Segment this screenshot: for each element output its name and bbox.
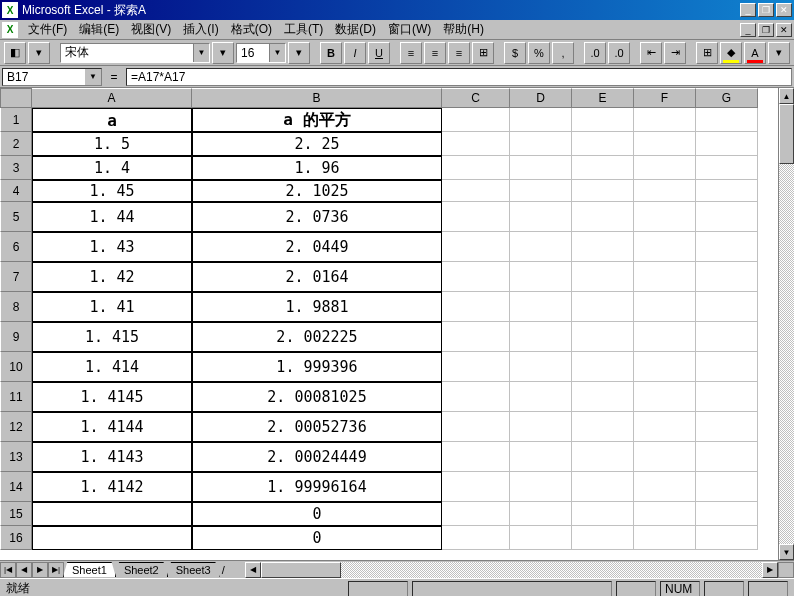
cell[interactable]: [32, 502, 192, 526]
row-header[interactable]: 11: [0, 382, 32, 412]
minimize-button[interactable]: _: [740, 3, 756, 17]
cell[interactable]: [634, 352, 696, 382]
scroll-left-button[interactable]: ◀: [245, 562, 261, 578]
cell[interactable]: [510, 156, 572, 180]
scroll-thumb[interactable]: [261, 562, 341, 578]
cell[interactable]: [572, 472, 634, 502]
cell[interactable]: 1. 415: [32, 322, 192, 352]
cell[interactable]: [510, 502, 572, 526]
cell[interactable]: 1. 999396: [192, 352, 442, 382]
cell[interactable]: [696, 352, 758, 382]
cell[interactable]: [634, 526, 696, 550]
cell[interactable]: [572, 156, 634, 180]
cell[interactable]: [696, 262, 758, 292]
cell[interactable]: [442, 322, 510, 352]
cell[interactable]: [442, 442, 510, 472]
cell[interactable]: [510, 472, 572, 502]
column-header[interactable]: A: [32, 88, 192, 108]
row-header[interactable]: 5: [0, 202, 32, 232]
cell[interactable]: [442, 156, 510, 180]
cell[interactable]: [634, 292, 696, 322]
cell[interactable]: [696, 180, 758, 202]
doc-close-button[interactable]: ✕: [776, 23, 792, 37]
cell[interactable]: [510, 526, 572, 550]
tab-first-button[interactable]: |◀: [0, 562, 16, 578]
percent-button[interactable]: %: [528, 42, 550, 64]
row-header[interactable]: 7: [0, 262, 32, 292]
cell[interactable]: [572, 108, 634, 132]
italic-button[interactable]: I: [344, 42, 366, 64]
maximize-button[interactable]: ❐: [758, 3, 774, 17]
row-header[interactable]: 12: [0, 412, 32, 442]
toolbar-button[interactable]: ◧: [4, 42, 26, 64]
cell[interactable]: [510, 202, 572, 232]
increase-decimal-button[interactable]: .0: [584, 42, 606, 64]
cell[interactable]: [442, 526, 510, 550]
toolbar-button[interactable]: ▾: [288, 42, 310, 64]
cell[interactable]: [572, 202, 634, 232]
toolbar-more-button[interactable]: ▾: [768, 42, 790, 64]
cell[interactable]: [634, 262, 696, 292]
cell[interactable]: 1. 4144: [32, 412, 192, 442]
currency-button[interactable]: $: [504, 42, 526, 64]
tab-last-button[interactable]: ▶|: [48, 562, 64, 578]
row-header[interactable]: 14: [0, 472, 32, 502]
cell[interactable]: [510, 322, 572, 352]
column-header[interactable]: G: [696, 88, 758, 108]
menu-file[interactable]: 文件(F): [22, 19, 73, 40]
cell[interactable]: [634, 232, 696, 262]
scroll-track[interactable]: [779, 104, 794, 544]
scroll-up-button[interactable]: ▲: [779, 88, 794, 104]
menu-help[interactable]: 帮助(H): [437, 19, 490, 40]
cell[interactable]: 1. 4142: [32, 472, 192, 502]
column-header[interactable]: D: [510, 88, 572, 108]
row-header[interactable]: 3: [0, 156, 32, 180]
align-right-button[interactable]: ≡: [448, 42, 470, 64]
doc-minimize-button[interactable]: _: [740, 23, 756, 37]
cell[interactable]: 1. 43: [32, 232, 192, 262]
cell[interactable]: 1. 45: [32, 180, 192, 202]
menu-insert[interactable]: 插入(I): [177, 19, 224, 40]
cell[interactable]: [510, 180, 572, 202]
row-header[interactable]: 13: [0, 442, 32, 472]
row-header[interactable]: 16: [0, 526, 32, 550]
cell[interactable]: [634, 442, 696, 472]
cell[interactable]: [572, 526, 634, 550]
cell[interactable]: [634, 180, 696, 202]
cell[interactable]: [696, 132, 758, 156]
underline-button[interactable]: U: [368, 42, 390, 64]
row-header[interactable]: 6: [0, 232, 32, 262]
sheet-tab[interactable]: Sheet3: [167, 562, 220, 577]
cell[interactable]: [696, 292, 758, 322]
cell[interactable]: [510, 132, 572, 156]
row-header[interactable]: 8: [0, 292, 32, 322]
column-header[interactable]: F: [634, 88, 696, 108]
cell[interactable]: 1. 4: [32, 156, 192, 180]
toolbar-button[interactable]: ▾: [212, 42, 234, 64]
menu-window[interactable]: 窗口(W): [382, 19, 437, 40]
row-header[interactable]: 9: [0, 322, 32, 352]
cell[interactable]: [572, 322, 634, 352]
column-header[interactable]: C: [442, 88, 510, 108]
cell[interactable]: [696, 202, 758, 232]
row-header[interactable]: 1: [0, 108, 32, 132]
scroll-down-button[interactable]: ▼: [779, 544, 794, 560]
cell[interactable]: [510, 232, 572, 262]
menu-format[interactable]: 格式(O): [225, 19, 278, 40]
cell[interactable]: [696, 442, 758, 472]
cell[interactable]: [572, 412, 634, 442]
cell[interactable]: 1. 42: [32, 262, 192, 292]
align-center-button[interactable]: ≡: [424, 42, 446, 64]
menu-data[interactable]: 数据(D): [329, 19, 382, 40]
cell[interactable]: [442, 382, 510, 412]
cell[interactable]: 0: [192, 526, 442, 550]
size-selector[interactable]: 16 ▼: [236, 43, 286, 63]
cell[interactable]: 1. 414: [32, 352, 192, 382]
cell[interactable]: [442, 262, 510, 292]
cell[interactable]: [510, 352, 572, 382]
row-header[interactable]: 10: [0, 352, 32, 382]
cell[interactable]: [696, 526, 758, 550]
align-left-button[interactable]: ≡: [400, 42, 422, 64]
cell[interactable]: [442, 202, 510, 232]
chevron-down-icon[interactable]: ▼: [193, 44, 209, 62]
